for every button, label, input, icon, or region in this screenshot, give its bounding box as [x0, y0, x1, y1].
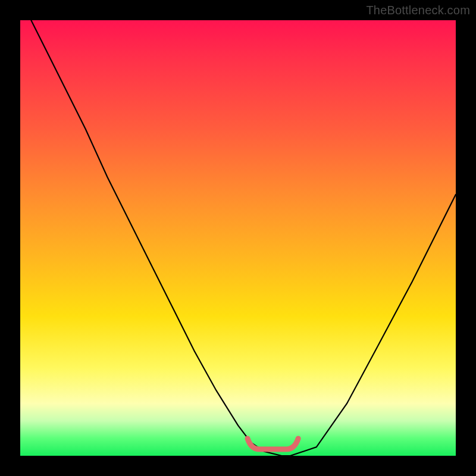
curve-flat-segment [248, 439, 298, 449]
plot-area [20, 20, 456, 456]
chart-frame: TheBottleneck.com [0, 0, 476, 476]
watermark-text: TheBottleneck.com [366, 4, 470, 17]
curve-path [20, 20, 456, 456]
bottleneck-curve [20, 20, 456, 456]
